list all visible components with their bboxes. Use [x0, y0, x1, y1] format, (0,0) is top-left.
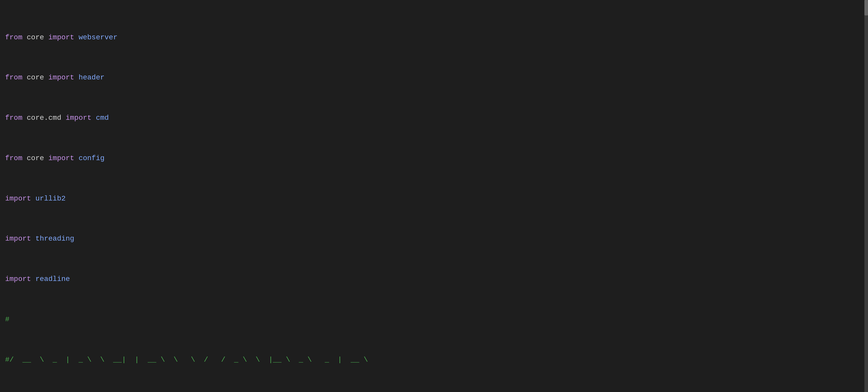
code-line-5: import urllib2	[0, 193, 868, 204]
scrollbar[interactable]	[864, 0, 868, 392]
code-line-6: import threading	[0, 234, 868, 244]
code-line-9: #/ __ \ _ | _ \ \ __| | __ \ \ \ / / _ \…	[0, 355, 868, 365]
code-line-7: import readline	[0, 274, 868, 284]
code-editor: from core import webserver from core imp…	[0, 0, 868, 392]
code-line-2: from core import header	[0, 72, 868, 83]
code-line-3: from core.cmd import cmd	[0, 113, 868, 123]
code-line-8: #	[0, 314, 868, 324]
code-line-4: from core import config	[0, 153, 868, 163]
code-line-1: from core import webserver	[0, 32, 868, 42]
scrollbar-thumb[interactable]	[864, 0, 868, 16]
